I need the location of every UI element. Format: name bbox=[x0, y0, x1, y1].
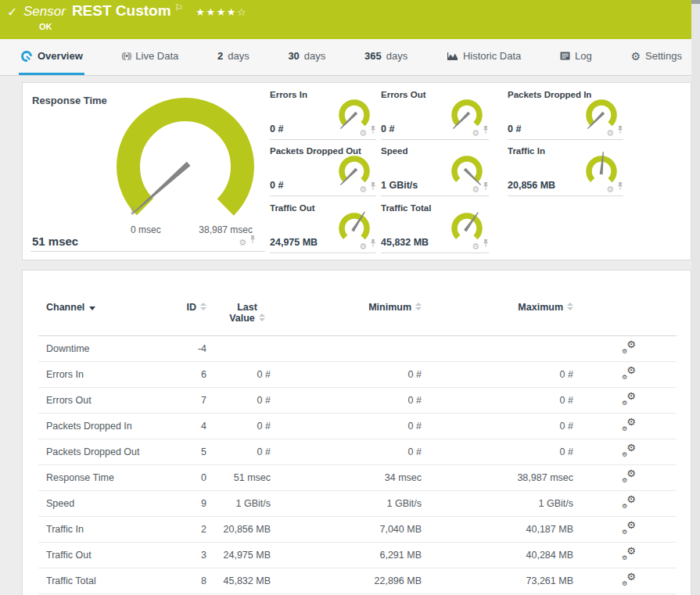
table-row[interactable]: Downtime-4⚙⚙ bbox=[38, 335, 677, 361]
gauge-settings-gear-icon[interactable]: ⚙ bbox=[606, 185, 614, 194]
channel-settings-icon[interactable]: ⚙⚙ bbox=[623, 471, 636, 482]
table-row[interactable]: Errors Out70 #0 #0 #⚙⚙ bbox=[38, 387, 677, 413]
gauge-controls: ⚙ bbox=[359, 124, 376, 138]
gauge-settings-gear-icon[interactable]: ⚙ bbox=[472, 242, 479, 251]
channel-settings-icon[interactable]: ⚙⚙ bbox=[623, 548, 636, 560]
last-value-cell: 0 # bbox=[206, 387, 271, 413]
row-actions-cell: ⚙⚙ bbox=[573, 439, 677, 464]
table-row[interactable]: Packets Dropped Out50 #0 #0 #⚙⚙ bbox=[38, 439, 677, 464]
tab-30-days[interactable]: 30days bbox=[286, 39, 327, 75]
gauge-pin-icon[interactable] bbox=[249, 233, 256, 247]
tab-live-data[interactable]: ((•))Live Data bbox=[120, 39, 181, 75]
last-value-cell: 51 msec bbox=[206, 464, 271, 490]
channel-settings-icon[interactable]: ⚙⚙ bbox=[623, 496, 636, 508]
gauge-pin-icon[interactable] bbox=[370, 180, 376, 194]
gauge-settings-gear-icon[interactable]: ⚙ bbox=[239, 238, 246, 247]
gauge-controls: ⚙ bbox=[472, 180, 489, 194]
column-header-minimum[interactable]: Minimum bbox=[271, 296, 422, 335]
channel-settings-icon[interactable]: ⚙⚙ bbox=[623, 342, 636, 353]
sort-icon bbox=[259, 314, 265, 321]
last-value-cell: 45,832 MB bbox=[206, 568, 271, 593]
channel-id-cell: 9 bbox=[171, 490, 206, 516]
column-header-last-value[interactable]: Last Value bbox=[206, 296, 271, 335]
column-header-maximum[interactable]: Maximum bbox=[422, 296, 573, 335]
caret-down-icon bbox=[89, 306, 95, 310]
table-row[interactable]: Packets Dropped In40 #0 #0 #⚙⚙ bbox=[38, 413, 677, 439]
pin-icon bbox=[483, 239, 489, 248]
gauge-settings-gear-icon[interactable]: ⚙ bbox=[359, 242, 367, 251]
gauge-pin-icon[interactable] bbox=[370, 237, 376, 251]
gauge-settings-gear-icon[interactable]: ⚙ bbox=[472, 129, 479, 138]
gauge-controls: ⚙ bbox=[472, 237, 489, 251]
gauge-pin-icon[interactable] bbox=[617, 124, 623, 138]
tab-log[interactable]: Log bbox=[558, 39, 594, 75]
gauge-pin-icon[interactable] bbox=[370, 124, 376, 138]
tab-overview[interactable]: Overview bbox=[19, 39, 84, 75]
channel-settings-icon[interactable]: ⚙⚙ bbox=[623, 445, 636, 457]
maximum-cell: 38,987 msec bbox=[422, 464, 573, 490]
channel-settings-icon[interactable]: ⚙⚙ bbox=[623, 522, 636, 534]
table-row[interactable]: Traffic Out324,975 MB6,291 MB40,284 MB⚙⚙ bbox=[38, 542, 677, 568]
pin-icon bbox=[249, 235, 256, 244]
maximum-cell bbox=[422, 335, 573, 361]
star-rating[interactable]: ★★★★☆ bbox=[196, 6, 247, 18]
channel-settings-icon[interactable]: ⚙⚙ bbox=[623, 574, 636, 586]
table-row[interactable]: Errors In60 #0 #0 #⚙⚙ bbox=[38, 361, 677, 387]
channel-name-cell: Packets Dropped Out bbox=[38, 439, 171, 464]
gauge-pin-icon[interactable] bbox=[483, 237, 489, 251]
table-row[interactable]: Response Time051 msec34 msec38,987 msec⚙… bbox=[38, 464, 677, 490]
tab-365-days[interactable]: 365days bbox=[363, 39, 409, 75]
table-row[interactable]: Traffic Total845,832 MB22,896 MB73,261 M… bbox=[38, 568, 677, 593]
channel-settings-icon[interactable]: ⚙⚙ bbox=[623, 367, 636, 379]
maximum-cell: 0 # bbox=[422, 361, 573, 387]
channels-panel: Channel ID Last Value Minimum Maximum bbox=[22, 270, 691, 595]
gauge-settings-gear-icon[interactable]: ⚙ bbox=[359, 129, 367, 138]
tab-2-days[interactable]: 2days bbox=[216, 39, 251, 75]
gauge-value: 45,832 MB bbox=[381, 237, 429, 248]
table-row[interactable]: Speed91 GBit/s1 GBit/s1 GBit/s⚙⚙ bbox=[38, 490, 677, 516]
sort-icon bbox=[415, 303, 422, 310]
channel-id-cell: 3 bbox=[171, 542, 206, 568]
sensor-kind-label: Sensor bbox=[23, 4, 66, 19]
small-gauge-cell: Errors In 0 #⚙ bbox=[270, 88, 376, 140]
minimum-cell: 34 msec bbox=[271, 464, 422, 490]
gauge-settings-gear-icon[interactable]: ⚙ bbox=[359, 185, 367, 194]
row-actions-cell: ⚙⚙ bbox=[573, 516, 677, 542]
column-header-id[interactable]: ID bbox=[171, 296, 206, 335]
column-header-actions bbox=[573, 296, 677, 335]
tab-settings[interactable]: ⚙Settings bbox=[629, 39, 684, 75]
tab-historic-data[interactable]: Historic Data bbox=[445, 39, 522, 75]
flag-icon[interactable]: ⚐ bbox=[175, 2, 184, 13]
table-row[interactable]: Traffic In220,856 MB7,040 MB40,187 MB⚙⚙ bbox=[38, 516, 677, 542]
row-actions-cell: ⚙⚙ bbox=[573, 335, 677, 361]
small-gauge-cell: Packets Dropped Out 0 #⚙ bbox=[270, 145, 376, 196]
row-actions-cell: ⚙⚙ bbox=[573, 361, 677, 387]
column-header-channel[interactable]: Channel bbox=[38, 296, 171, 335]
channel-id-cell: -4 bbox=[171, 335, 206, 361]
column-header-label: Minimum bbox=[368, 302, 411, 313]
last-value-cell: 0 # bbox=[206, 413, 271, 439]
gauge-pin-icon[interactable] bbox=[483, 180, 489, 194]
channel-name-cell: Packets Dropped In bbox=[38, 413, 171, 439]
status-badge: OK bbox=[39, 22, 52, 31]
channel-name-cell: Traffic Out bbox=[38, 542, 171, 568]
gauge-pin-icon[interactable] bbox=[483, 124, 489, 138]
column-header-label: ID bbox=[187, 302, 197, 313]
gauge-value: 24,975 MB bbox=[270, 237, 318, 248]
gauge-settings-gear-icon[interactable]: ⚙ bbox=[472, 185, 479, 194]
small-gauge-cell: Traffic In 20,856 MB⚙ bbox=[508, 145, 623, 196]
channel-settings-icon[interactable]: ⚙⚙ bbox=[623, 419, 636, 431]
maximum-cell: 40,284 MB bbox=[422, 542, 573, 568]
gauge-controls: ⚙ bbox=[606, 124, 623, 138]
maximum-cell: 40,187 MB bbox=[422, 516, 573, 542]
last-value-cell: 24,975 MB bbox=[206, 542, 271, 568]
check-icon: ✓ bbox=[7, 5, 17, 20]
gauge-pin-icon[interactable] bbox=[617, 180, 623, 194]
gauge-value: 20,856 MB bbox=[508, 180, 555, 191]
log-icon bbox=[560, 52, 570, 60]
gauge-settings-gear-icon[interactable]: ⚙ bbox=[606, 129, 614, 138]
gauge-controls: ⚙ bbox=[239, 233, 256, 247]
channel-settings-icon[interactable]: ⚙⚙ bbox=[623, 393, 636, 405]
tab-label: Live Data bbox=[135, 50, 178, 62]
maximum-cell: 0 # bbox=[422, 439, 573, 464]
